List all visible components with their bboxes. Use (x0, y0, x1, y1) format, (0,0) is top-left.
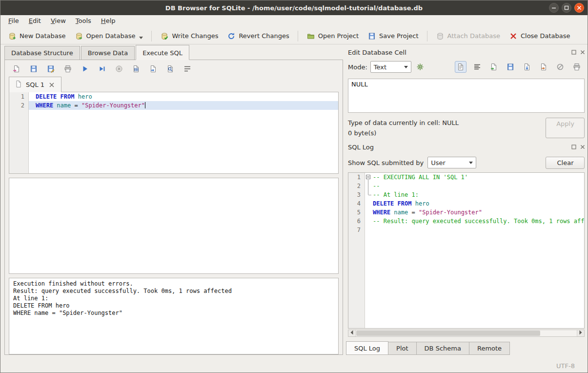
log-line-7 (365, 226, 584, 234)
log-filter-value: User (431, 159, 465, 166)
menu-edit[interactable]: Edit (24, 15, 46, 28)
log-line-2: -- (365, 182, 584, 190)
editor-line-1: DELETE FROM hero (29, 92, 338, 101)
window-title: DB Browser for SQLite - /home/user/code/… (0, 4, 588, 12)
splitter-results-messages[interactable] (5, 274, 343, 278)
scrollbar-thumb[interactable] (356, 331, 540, 336)
tab-execute-sql[interactable]: Execute SQL (136, 45, 189, 60)
message-pane: Execution finished without errors.Result… (9, 278, 339, 354)
print-icon[interactable] (571, 61, 583, 73)
menu-help[interactable]: Help (96, 15, 121, 28)
open-sql-file-icon[interactable] (11, 63, 22, 75)
execute-line-icon[interactable] (96, 63, 108, 75)
save-data-icon[interactable] (505, 61, 516, 73)
dock-tab-sql-log[interactable]: SQL Log (346, 341, 388, 355)
execute-all-icon[interactable] (79, 63, 91, 75)
maximize-button[interactable] (562, 3, 571, 13)
dock-tab-remote[interactable]: Remote (469, 342, 510, 355)
close-dock-icon[interactable] (579, 143, 587, 151)
cell-toolbar (455, 61, 585, 73)
set-null-icon[interactable] (554, 61, 566, 73)
tree-marker[interactable] (365, 173, 373, 182)
save-project-button[interactable]: Save Project (363, 30, 423, 42)
sql-document-tab[interactable]: SQL 1 (9, 77, 61, 92)
encoding-label: UTF-8 (556, 362, 575, 370)
menubar: FileEditViewToolsHelp (0, 15, 588, 28)
auto-switch-mode-button[interactable] (414, 61, 426, 73)
clear-log-button[interactable]: Clear (546, 157, 585, 169)
sql-file-icon (14, 80, 23, 90)
chevron-down-icon (404, 66, 408, 68)
scroll-right-button[interactable] (577, 330, 584, 336)
cell-mode-select[interactable]: Text (370, 61, 411, 73)
export-data-icon[interactable] (538, 61, 549, 73)
minimize-icon (549, 3, 558, 12)
open-data-icon[interactable] (488, 61, 500, 73)
dock-tab-bar: SQL LogPlotDB SchemaRemote (346, 341, 587, 355)
log-filter-label: Show SQL submitted by (348, 159, 424, 166)
revert-changes-button[interactable]: Revert Changes (223, 30, 293, 42)
cell-value: NULL (351, 81, 368, 88)
tree-marker (365, 190, 373, 199)
float-dock-icon[interactable] (570, 48, 578, 56)
scroll-left-button[interactable] (348, 330, 356, 336)
dock-tab-db-schema[interactable]: DB Schema (416, 342, 469, 355)
log-filter-select[interactable]: User (427, 157, 476, 168)
scrollbar-track[interactable] (540, 330, 577, 336)
log-horizontal-scrollbar[interactable] (348, 330, 585, 337)
close-database-button[interactable]: Close Database (505, 30, 575, 42)
tree-marker (365, 199, 373, 208)
import-data-icon[interactable] (521, 61, 533, 73)
menu-file[interactable]: File (3, 15, 24, 28)
tree-marker (365, 208, 373, 217)
menu-view[interactable]: View (46, 15, 71, 28)
print-icon[interactable] (62, 63, 74, 75)
mode-label: Mode: (348, 63, 367, 71)
arrow-left-icon (347, 328, 356, 338)
menu-tools[interactable]: Tools (71, 15, 96, 28)
close-sql-tab-icon[interactable] (47, 81, 56, 89)
log-code: -- EXECUTING ALL IN 'SQL 1'---- At line … (365, 173, 584, 328)
log-line-6: -- Result: query executed successfully. … (365, 217, 584, 226)
float-dock-icon[interactable] (570, 143, 578, 151)
stop-icon[interactable] (113, 63, 125, 75)
titlebar: DB Browser for SQLite - /home/user/code/… (0, 0, 588, 15)
find-replace-icon[interactable] (164, 63, 176, 75)
sql-tab-bar: SQL 1 (5, 78, 343, 92)
sql-log-controls: Show SQL submitted by User Clear (346, 153, 587, 171)
save-project-icon (367, 32, 376, 41)
open-database-dropdown-icon[interactable] (139, 37, 143, 39)
word-wrap-icon[interactable] (182, 63, 193, 75)
open-database-icon (75, 32, 83, 41)
write-changes-button[interactable]: Write Changes (156, 30, 223, 42)
export-results-icon[interactable] (130, 63, 142, 75)
message-line: WHERE name = "Spider-Youngster" (13, 310, 334, 317)
editor-gutter: 12 (9, 92, 29, 173)
toolbar-separator (298, 31, 298, 41)
tab-browse-data[interactable]: Browse Data (81, 46, 135, 60)
cell-editor[interactable]: NULL (348, 79, 585, 113)
sql-toolbar (5, 60, 343, 78)
text-mode-icon[interactable] (455, 61, 466, 73)
dock-tab-plot[interactable]: Plot (388, 342, 417, 355)
toolbar-separator (151, 31, 152, 41)
tab-database-structure[interactable]: Database Structure (4, 46, 80, 60)
edit-cell-dock-header: Edit Database Cell (346, 46, 587, 58)
open-database-button[interactable]: Open Database (70, 30, 148, 42)
splitter-editor-results[interactable] (5, 174, 343, 178)
open-results-icon[interactable] (147, 63, 159, 75)
save-sql-as-icon[interactable] (45, 63, 57, 75)
sql-editor[interactable]: 12 DELETE FROM heroWHERE name = "Spider-… (9, 92, 339, 174)
close-dock-icon[interactable] (579, 48, 587, 56)
editor-code[interactable]: DELETE FROM heroWHERE name = "Spider-You… (29, 92, 338, 173)
toolbar-separator (427, 31, 427, 41)
align-icon[interactable] (471, 61, 483, 73)
cell-info: Type of data currently in cell: NULL 0 b… (346, 113, 587, 141)
open-project-button[interactable]: Open Project (302, 30, 363, 42)
minimize-button[interactable] (549, 3, 559, 13)
save-project-label: Save Project (379, 32, 419, 40)
save-sql-file-icon[interactable] (28, 63, 40, 75)
new-database-label: New Database (20, 32, 66, 40)
close-button[interactable] (574, 3, 584, 13)
new-database-button[interactable]: New Database (3, 30, 70, 42)
